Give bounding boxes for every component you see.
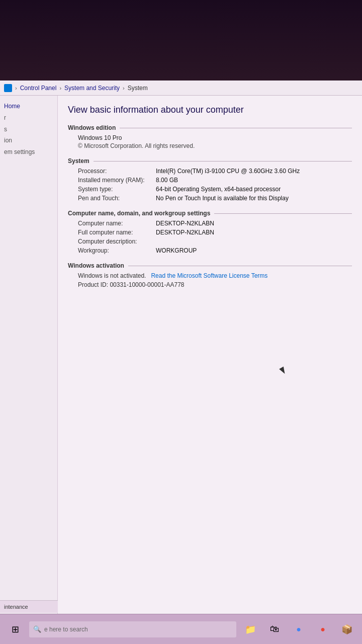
pen-touch-label: Pen and Touch: [78, 195, 156, 202]
pen-touch-value: No Pen or Touch Input is available for t… [156, 195, 352, 202]
system-type-row: System type: 64-bit Operating System, x6… [68, 186, 352, 193]
file-explorer-icon: 📁 [245, 624, 256, 635]
system-header: System [68, 157, 352, 165]
computer-description-row: Computer description: [68, 238, 352, 245]
chrome-icon-1: ● [296, 625, 301, 634]
breadcrumb-control-panel[interactable]: Control Panel [20, 85, 57, 92]
activation-status: Windows is not activated. Read the Micro… [68, 272, 352, 279]
workgroup-value: WORKGROUP [156, 247, 352, 254]
pen-touch-row: Pen and Touch: No Pen or Touch Input is … [68, 195, 352, 202]
breadcrumb-sep-2: › [59, 85, 61, 91]
not-activated-text: Windows is not activated. [78, 272, 146, 279]
windows-start-icon: ⊞ [12, 624, 19, 635]
workgroup-label: Workgroup: [78, 247, 156, 254]
chrome-button-1[interactable]: ● [289, 619, 309, 639]
ram-row: Installed memory (RAM): 8.00 GB [68, 177, 352, 184]
os-name: Windows 10 Pro [78, 134, 352, 141]
taskbar: ⊞ 🔍 e here to search 📁 🛍 ● ● 📦 [0, 614, 362, 644]
top-bezel [0, 0, 362, 80]
os-info-block: Windows 10 Pro © Microsoft Corporation. … [68, 134, 352, 149]
breadcrumb-system-security[interactable]: System and Security [64, 85, 120, 92]
activation-section: Windows activation Windows is not activa… [68, 262, 352, 288]
full-computer-name-label: Full computer name: [78, 229, 156, 236]
computer-name-value: DESKTOP-N2KLABN [156, 220, 352, 227]
breadcrumb-sep-3: › [123, 85, 125, 91]
computer-name-label: Computer name: [78, 220, 156, 227]
extra-button[interactable]: 📦 [337, 619, 357, 639]
ram-label: Installed memory (RAM): [78, 177, 156, 184]
sidebar: Home r s ion em settings [0, 96, 58, 614]
store-button[interactable]: 🛍 [264, 619, 285, 639]
system-type-label: System type: [78, 186, 156, 193]
processor-row: Processor: Intel(R) Core(TM) i3-9100 CPU… [68, 168, 352, 175]
search-icon: 🔍 [33, 625, 41, 633]
sidebar-item-3[interactable]: s [4, 124, 53, 135]
content-panel: View basic information about your comput… [58, 96, 362, 614]
full-computer-name-value: DESKTOP-N2KLABN [156, 229, 352, 236]
sidebar-item-4[interactable]: ion [4, 135, 53, 146]
processor-value: Intel(R) Core(TM) i3-9100 CPU @ 3.60GHz … [156, 168, 352, 175]
ram-value: 8.00 GB [156, 177, 352, 184]
file-explorer-button[interactable]: 📁 [240, 619, 260, 639]
chrome-icon-2: ● [320, 625, 325, 634]
computer-description-label: Computer description: [78, 238, 156, 245]
sidebar-item-2[interactable]: r [4, 112, 53, 124]
store-icon: 🛍 [270, 624, 279, 634]
windows-edition-header: Windows edition [68, 124, 352, 131]
processor-label: Processor: [78, 168, 156, 175]
sidebar-bottom-item[interactable]: intenance [0, 600, 58, 613]
os-copyright: © Microsoft Corporation. All rights rese… [78, 142, 352, 149]
control-panel-icon [4, 84, 12, 92]
product-id-value: 00331-10000-00001-AA778 [110, 281, 184, 288]
computer-name-row: Computer name: DESKTOP-N2KLABN [68, 220, 352, 227]
extra-icon: 📦 [341, 624, 352, 635]
full-computer-name-row: Full computer name: DESKTOP-N2KLABN [68, 229, 352, 236]
computer-description-value [156, 238, 352, 245]
search-placeholder: e here to search [44, 626, 88, 633]
sidebar-item-5[interactable]: em settings [4, 146, 53, 158]
sidebar-item-home[interactable]: Home [4, 101, 53, 112]
computer-name-section: Computer name, domain, and workgroup set… [68, 210, 352, 254]
system-type-value: 64-bit Operating System, x64-based proce… [156, 186, 352, 193]
activation-header: Windows activation [68, 262, 352, 269]
system-section: System Processor: Intel(R) Core(TM) i3-9… [68, 157, 352, 202]
license-terms-link[interactable]: Read the Microsoft Software License Term… [151, 272, 267, 279]
main-container: Home r s ion em settings View basic info… [0, 96, 362, 614]
address-bar: › Control Panel › System and Security › … [0, 80, 362, 96]
workgroup-row: Workgroup: WORKGROUP [68, 247, 352, 254]
chrome-button-2[interactable]: ● [313, 619, 333, 639]
search-bar[interactable]: 🔍 e here to search [29, 621, 236, 637]
windows-edition-section: Windows edition Windows 10 Pro © Microso… [68, 124, 352, 149]
product-id-label: Product ID: [78, 281, 108, 288]
computer-name-header: Computer name, domain, and workgroup set… [68, 210, 352, 217]
breadcrumb-system: System [128, 85, 148, 92]
breadcrumb-sep-1: › [15, 85, 17, 91]
product-id-row: Product ID: 00331-10000-00001-AA778 [68, 281, 352, 288]
start-button[interactable]: ⊞ [5, 619, 25, 639]
page-title: View basic information about your comput… [68, 105, 352, 115]
